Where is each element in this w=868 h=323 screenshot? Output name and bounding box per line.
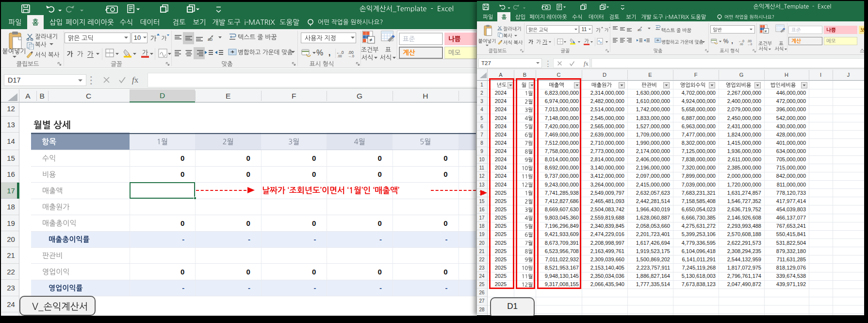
svg-text:≠: ≠ (369, 37, 372, 43)
svg-text:ab: ab (638, 28, 641, 32)
svg-text:→.0: →.0 (348, 54, 354, 58)
svg-text:≠: ≠ (765, 29, 767, 34)
svg-text:→.0: →.0 (747, 43, 752, 46)
svg-text:.00: .00 (739, 43, 743, 46)
svg-text:ab: ab (208, 37, 213, 42)
svg-text:.00: .00 (337, 54, 342, 58)
